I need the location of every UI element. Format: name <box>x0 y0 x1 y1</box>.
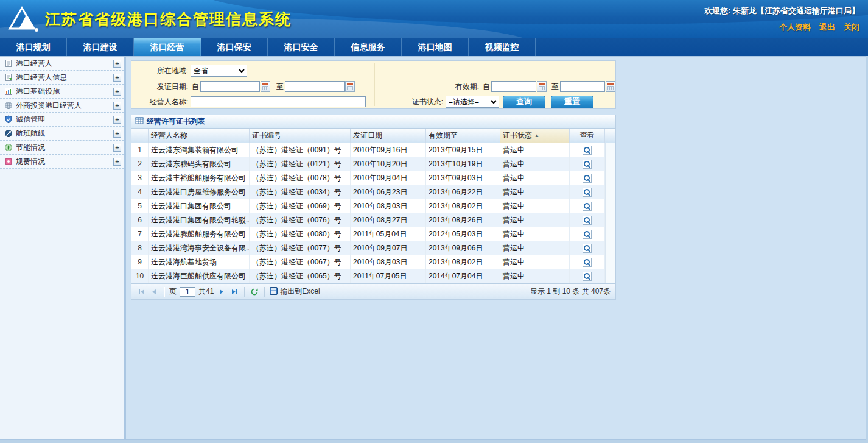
view-icon[interactable] <box>583 258 592 267</box>
nav-tab-port-safety[interactable]: 港口安全 <box>268 38 335 56</box>
nav-tab-video-monitor[interactable]: 视频监控 <box>469 38 536 56</box>
expand-plus-button[interactable]: + <box>113 116 121 124</box>
valid-until-cell: 2013年09月06日 <box>426 241 500 255</box>
view-icon[interactable] <box>583 216 592 225</box>
grid-title-bar: 经营许可证书列表 <box>131 115 615 129</box>
reset-button[interactable]: 重置 <box>551 96 593 108</box>
main-nav-bar: 港口规划 港口建设 港口经营 港口保安 港口安全 信息服务 港口地图 视频监控 <box>0 38 868 56</box>
issue-date-cell: 2010年08月27日 <box>351 213 426 227</box>
validity-from-calendar-button[interactable] <box>537 81 547 92</box>
table-row[interactable]: 3 连云港丰裕船舶服务有限公司 （苏连）港经证（0078）号 2010年09月0… <box>131 171 615 185</box>
operator-name-input[interactable] <box>191 96 366 107</box>
expand-plus-button[interactable]: + <box>113 144 121 152</box>
region-select[interactable]: 全省 <box>191 65 247 77</box>
app-title: 江苏省省级港口综合管理信息系统 <box>45 9 292 29</box>
expand-plus-button[interactable]: + <box>113 60 121 68</box>
cert-no-cell: （苏连）港经证（0091）号 <box>250 143 351 157</box>
operator-name-cell: 连云港港腾船舶服务有限公司 <box>149 227 250 241</box>
bar-chart-icon <box>4 87 13 96</box>
col-header-operator-name[interactable]: 经营人名称 <box>149 129 250 143</box>
expand-plus-button[interactable]: + <box>113 88 121 96</box>
table-row[interactable]: 10 连云港海巨船舶供应有限公司 （苏连）港经证（0065）号 2011年07月… <box>131 269 615 283</box>
nav-tab-info-service[interactable]: 信息服务 <box>335 38 402 56</box>
row-spacer <box>605 171 615 185</box>
valid-until-cell: 2013年08月02日 <box>426 199 500 213</box>
last-page-button[interactable] <box>229 286 239 297</box>
next-page-button[interactable] <box>217 286 226 297</box>
nav-tab-port-map[interactable]: 港口地图 <box>402 38 469 56</box>
table-row[interactable]: 5 连云港港口集团有限公司 （苏连）港经证（0069）号 2010年08月03日… <box>131 199 615 213</box>
table-row[interactable]: 8 连云港港湾海事安全设备有限... （苏连）港经证（0077）号 2010年0… <box>131 241 615 255</box>
profile-link[interactable]: 个人资料 <box>779 22 811 33</box>
export-excel-button[interactable]: 输出到Excel <box>270 286 320 297</box>
nav-tab-port-construction[interactable]: 港口建设 <box>67 38 134 56</box>
expand-plus-button[interactable]: + <box>113 74 121 82</box>
grid-title: 经营许可证书列表 <box>147 116 205 127</box>
sidebar-item-foreign-investment[interactable]: 外商投资港口经营人 + <box>0 99 124 113</box>
close-link[interactable]: 关闭 <box>844 22 859 33</box>
view-icon[interactable] <box>583 244 592 253</box>
sidebar-item-energy-saving[interactable]: 节能情况 + <box>0 141 124 155</box>
table-row[interactable]: 2 连云港东粮码头有限公司 （苏连）港经证（0121）号 2010年10月20日… <box>131 157 615 171</box>
col-header-spacer <box>605 129 615 143</box>
view-icon[interactable] <box>583 230 592 239</box>
expand-plus-button[interactable]: + <box>113 158 121 166</box>
view-icon[interactable] <box>583 188 592 197</box>
view-cell <box>570 227 605 241</box>
issue-date-from-input[interactable] <box>200 81 260 92</box>
sidebar-item-label: 航班航线 <box>16 129 110 139</box>
table-row[interactable]: 6 连云港港口集团有限公司轮驳... （苏连）港经证（0076）号 2010年0… <box>131 213 615 227</box>
nav-tab-port-planning[interactable]: 港口规划 <box>0 38 67 56</box>
page-input[interactable] <box>180 287 195 297</box>
table-row[interactable]: 1 连云港东鸿集装箱有限公司 （苏连）港经证（0091）号 2010年09月16… <box>131 143 615 157</box>
logout-link[interactable]: 退出 <box>819 22 835 33</box>
table-row[interactable]: 9 连云港海航基地货场 （苏连）港经证（0067）号 2010年08月03日 2… <box>131 255 615 269</box>
view-icon[interactable] <box>583 160 592 169</box>
issue-date-cell: 2011年05月04日 <box>351 227 426 241</box>
sidebar-item-credit-management[interactable]: 诚信管理 + <box>0 113 124 127</box>
col-header-cert-status[interactable]: 证书状态 ▲ <box>500 129 570 143</box>
operator-name-cell: 连云港港湾海事安全设备有限... <box>149 241 250 255</box>
sidebar-item-infrastructure[interactable]: 港口基础设施 + <box>0 85 124 99</box>
refresh-button[interactable] <box>250 286 259 297</box>
status-cell: 营运中 <box>500 241 570 255</box>
issue-date-to-input[interactable] <box>285 81 345 92</box>
view-icon[interactable] <box>583 146 592 155</box>
nav-tab-port-operation[interactable]: 港口经营 <box>134 38 201 56</box>
issue-date-to-calendar-button[interactable] <box>345 81 355 92</box>
validity-from-input[interactable] <box>491 81 536 92</box>
prev-page-button[interactable] <box>149 286 159 297</box>
row-spacer <box>605 255 615 269</box>
first-page-button[interactable] <box>136 286 146 297</box>
view-icon[interactable] <box>583 174 592 183</box>
col-header-issue-date[interactable]: 发证日期 <box>351 129 426 143</box>
sidebar-item-port-operators[interactable]: 港口经营人 + <box>0 57 124 71</box>
view-icon[interactable] <box>583 202 592 211</box>
nav-tab-port-security[interactable]: 港口保安 <box>201 38 268 56</box>
search-row-name-status: 经营人名称: 证书状态: =请选择= 查询 重置 <box>131 94 615 109</box>
expand-plus-button[interactable]: + <box>113 130 121 138</box>
expand-plus-button[interactable]: + <box>113 102 121 110</box>
view-icon[interactable] <box>583 272 592 281</box>
energy-icon <box>4 143 13 152</box>
table-row[interactable]: 7 连云港港腾船舶服务有限公司 （苏连）港经证（0080）号 2011年05月0… <box>131 227 615 241</box>
table-row[interactable]: 4 连云港港口房屋维修服务公司 （苏连）港经证（0034）号 2010年06月2… <box>131 185 615 199</box>
query-button[interactable]: 查询 <box>503 96 545 108</box>
validity-to-input[interactable] <box>560 81 605 92</box>
operator-name-cell: 连云港港口房屋维修服务公司 <box>149 185 250 199</box>
validity-to-calendar-button[interactable] <box>606 81 615 92</box>
operator-name-cell: 连云港港口集团有限公司 <box>149 199 250 213</box>
col-header-view[interactable]: 查看 <box>570 129 605 143</box>
welcome-text: 欢迎您: 朱新龙【江苏省交通运输厅港口局】 <box>704 5 859 16</box>
sidebar-item-routes[interactable]: 航班航线 + <box>0 127 124 141</box>
col-header-valid-until[interactable]: 有效期至 <box>426 129 500 143</box>
grid-header-row: 经营人名称 证书编号 发证日期 有效期至 证书状态 ▲ 查看 <box>131 129 615 143</box>
issue-date-from-calendar-button[interactable] <box>261 81 270 92</box>
sidebar-item-label: 港口经营人 <box>16 58 110 69</box>
sidebar-item-operator-info[interactable]: 港口经营人信息 + <box>0 71 124 85</box>
col-header-cert-no[interactable]: 证书编号 <box>250 129 351 143</box>
to-label: 至 <box>550 82 560 92</box>
sidebar-item-fees[interactable]: 规费情况 + <box>0 155 124 169</box>
cert-status-select[interactable]: =请选择= <box>446 96 499 108</box>
valid-until-cell: 2013年08月26日 <box>426 213 500 227</box>
